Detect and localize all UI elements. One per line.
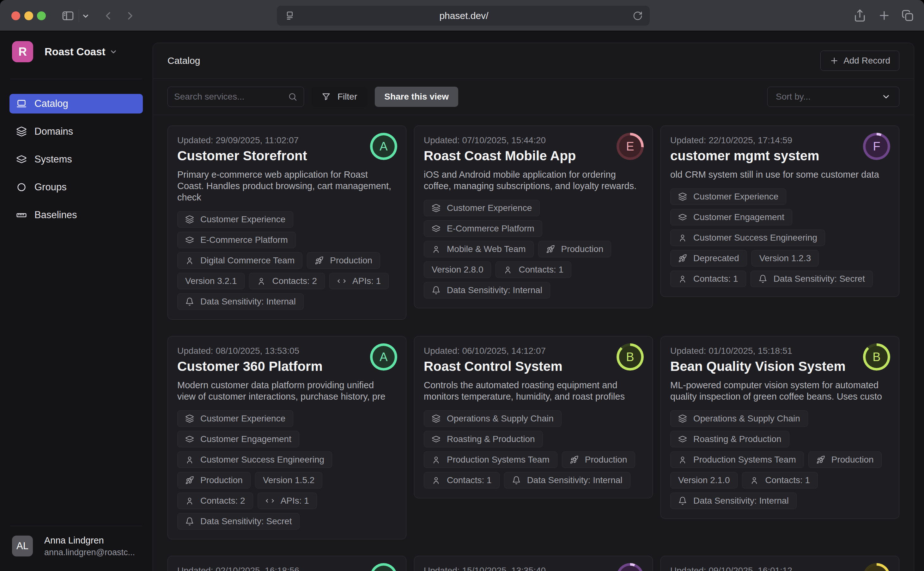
bell-icon: [185, 517, 194, 526]
share-icon[interactable]: [853, 9, 867, 22]
rocket-icon: [570, 455, 579, 464]
tag: Customer Success Engineering: [670, 230, 825, 246]
service-card[interactable]: Updated: 01/10/2025, 15:18:51BBean Quali…: [661, 336, 899, 519]
sidebar-item-groups[interactable]: Groups: [9, 177, 143, 197]
zoom-window-button[interactable]: [37, 11, 46, 20]
tag-label: E-Commerce Platform: [447, 224, 534, 234]
service-card[interactable]: Updated: 06/10/2025, 14:12:07BRoast Cont…: [414, 336, 653, 498]
tab-overview-icon[interactable]: [901, 9, 914, 22]
panel-header: Catalog Add Record: [153, 43, 914, 79]
grade-letter: F: [619, 566, 641, 571]
grade-letter: B: [865, 346, 888, 368]
service-card[interactable]: Updated: 22/10/2025, 17:14:59Fcustomer m…: [661, 125, 899, 297]
tag-label: Production: [561, 244, 604, 254]
service-card[interactable]: Updated: 07/10/2025, 15:44:20ERoast Coas…: [414, 125, 653, 308]
tag-label: Mobile & Web Team: [447, 244, 526, 254]
sidebar-item-label: Domains: [34, 126, 73, 137]
workspace-logo: R: [12, 41, 33, 62]
grade-badge: A: [370, 133, 397, 160]
service-card[interactable]: Updated: 08/10/2025, 13:53:05ACustomer 3…: [168, 336, 407, 539]
tag: Production: [307, 252, 380, 269]
card-updated: Updated: 06/10/2025, 14:12:07: [424, 346, 643, 356]
share-view-button[interactable]: Share this view: [375, 86, 458, 107]
toolbar: Filter Share this view Sort by...: [153, 79, 914, 115]
grade-letter: A: [373, 135, 395, 157]
sidebar-item-baselines[interactable]: Baselines: [9, 205, 143, 225]
sidebar-toggle-icon[interactable]: [61, 9, 75, 22]
grade-letter: B: [619, 346, 641, 368]
sidebar-item-domains[interactable]: Domains: [9, 122, 143, 141]
browser-window: phaset.dev/ R Roast Coast CatalogDomains…: [0, 0, 924, 571]
workspace-switcher[interactable]: R Roast Coast: [12, 41, 117, 62]
tag: Customer Experience: [177, 211, 293, 228]
filter-button[interactable]: Filter: [311, 86, 367, 107]
service-card[interactable]: Updated: 15/10/2025, 13:35:40FSalesforce…: [414, 556, 653, 571]
forward-button[interactable]: [124, 9, 137, 22]
service-card[interactable]: Updated: 09/10/2025, 16:01:12CProduction…: [661, 556, 899, 571]
close-window-button[interactable]: [11, 11, 20, 20]
tag: Production Systems Team: [424, 452, 557, 468]
sidebar-item-systems[interactable]: Systems: [9, 150, 143, 169]
tag-label: Version 1.2.3: [759, 253, 811, 263]
add-record-button[interactable]: Add Record: [820, 51, 899, 71]
tag: Data Sensitivity: Internal: [424, 282, 550, 298]
layers-2-icon: [185, 435, 194, 444]
service-card[interactable]: Updated: 02/10/2025, 16:18:56AAuthentica…: [168, 556, 407, 571]
person-icon: [185, 455, 194, 464]
tag: Customer Success Engineering: [177, 452, 332, 468]
layers-2-icon: [678, 435, 687, 444]
service-card[interactable]: Updated: 29/09/2025, 11:02:07ACustomer S…: [168, 125, 407, 319]
person-icon: [432, 455, 440, 464]
card-title: Roast Control System: [424, 358, 643, 374]
sort-dropdown[interactable]: Sort by...: [767, 86, 899, 107]
layers-2-icon: [678, 213, 687, 222]
new-tab-icon[interactable]: [878, 9, 891, 22]
sidebar-item-label: Systems: [34, 154, 72, 165]
grade-letter: A: [373, 346, 395, 368]
plus-icon: [830, 56, 839, 65]
card-description: Controls the automated roasting equipmen…: [424, 380, 643, 402]
card-title: Bean Quality Vision System: [670, 358, 890, 374]
layers-2-icon: [432, 224, 440, 233]
search-box: [168, 86, 304, 107]
layers-3-icon: [432, 414, 440, 423]
card-title: Roast Coast Mobile App: [424, 148, 643, 164]
sidebar-item-label: Catalog: [34, 98, 68, 110]
add-record-label: Add Record: [844, 56, 890, 66]
search-input[interactable]: [174, 92, 288, 102]
tag: Roasting & Production: [670, 431, 789, 448]
tag-label: Data Sensitivity: Internal: [693, 496, 789, 506]
grade-letter: A: [373, 566, 395, 571]
tag-label: Roasting & Production: [693, 434, 781, 444]
page-settings-icon[interactable]: [284, 11, 295, 21]
user-profile[interactable]: AL Anna Lindgren anna.lindgren@roastc...: [12, 534, 135, 558]
rocket-icon: [315, 256, 323, 265]
sidebar-item-catalog[interactable]: Catalog: [9, 94, 143, 114]
tag-list: Operations & Supply ChainRoasting & Prod…: [424, 411, 643, 488]
tag-label: APIs: 1: [352, 276, 381, 286]
card-description: iOS and Android mobile application for o…: [424, 169, 643, 191]
person-icon: [504, 265, 512, 274]
tag-label: Customer Engagement: [200, 434, 291, 444]
tag: Contacts: 2: [177, 492, 253, 509]
tag-label: Version 2.1.0: [678, 475, 730, 485]
minimize-window-button[interactable]: [24, 11, 33, 20]
layers-2-icon: [432, 435, 440, 444]
grade-badge: F: [616, 563, 644, 571]
back-button[interactable]: [102, 9, 114, 22]
url-bar[interactable]: phaset.dev/: [277, 6, 650, 26]
reload-icon[interactable]: [633, 11, 643, 21]
tag: Production: [562, 452, 635, 468]
card-description: Modern customer data platform providing …: [177, 380, 397, 402]
card-updated: Updated: 02/10/2025, 16:18:56: [177, 566, 397, 571]
page-title: Catalog: [168, 56, 200, 66]
tag: Contacts: 1: [670, 271, 746, 287]
tag-list: Customer ExperienceCustomer EngagementCu…: [670, 188, 890, 287]
tag-label: Data Sensitivity: Secret: [200, 516, 292, 526]
tag: Contacts: 1: [496, 261, 571, 278]
chevron-down-icon[interactable]: [82, 12, 90, 20]
person-icon: [257, 277, 266, 286]
tag: Data Sensitivity: Secret: [750, 271, 873, 287]
url-text: phaset.dev/: [295, 11, 633, 21]
tag: Digital Commerce Team: [177, 252, 302, 269]
